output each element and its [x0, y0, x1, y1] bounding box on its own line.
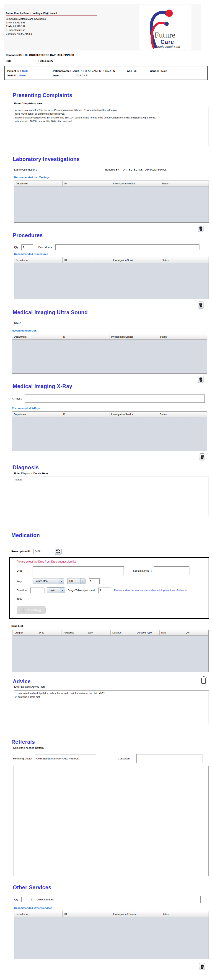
special-notes-input[interactable]	[154, 566, 190, 575]
uss-input[interactable]	[24, 319, 206, 327]
total-label: Total	[17, 597, 29, 600]
patient-name-value: LAURENT JEAN JAMES DESAUBIN	[72, 70, 115, 72]
col-investigation: Investigation/Service	[111, 258, 160, 263]
add-drug-button[interactable]: Add Drug	[17, 606, 46, 614]
drug-warning-text: Please select the Drug from Drug suggess…	[17, 560, 209, 563]
trash-icon	[201, 964, 204, 969]
other-qty-label: Qty :	[14, 898, 19, 901]
delete-xray-button[interactable]	[199, 453, 205, 460]
medication-title: Medication	[11, 532, 212, 538]
col-id: ID	[63, 258, 111, 263]
plus-circle-icon	[21, 608, 25, 612]
consultation-page: Future Care by Future Holdings (Pty) Lim…	[0, 4, 212, 970]
logo-tagline: Body Mind Soul	[157, 45, 180, 48]
col-way: Way	[86, 630, 111, 635]
duration-unit-select[interactable]: Day/s ▼	[47, 587, 65, 593]
drug-list-label: Drug List	[11, 625, 212, 627]
ultrasound-title: Medical Imaging Ultra Sound	[13, 309, 212, 316]
procedures-label: Procedures :	[38, 246, 53, 248]
gender-value: Male	[161, 70, 167, 72]
lab-table: Department ID Investigation/Service Stat…	[14, 181, 209, 223]
referral-list-box[interactable]	[13, 766, 209, 876]
page-header: Future Care by Future Holdings (Pty) Lim…	[4, 4, 201, 51]
duration-unit-value: Day/s	[47, 587, 60, 593]
xray-table-header: Department ID Investigation/Service Stat…	[12, 412, 207, 417]
xray-input[interactable]	[25, 395, 205, 402]
company-phone-2: T: +24 84 225 252	[6, 25, 97, 28]
drug-entry-panel: Please select the Drug from Drug suggess…	[9, 557, 209, 619]
uss-table: Department ID Investigation/Service Stat…	[12, 334, 207, 374]
prescription-id-input[interactable]	[34, 549, 53, 554]
procedures-input[interactable]	[55, 245, 199, 250]
delete-drug-button[interactable]	[200, 675, 207, 685]
company-name: Future Care by Future Holdings (Pty) Lim…	[6, 12, 97, 16]
procedures-table-header: Department ID Investigation/Service Stat…	[14, 258, 209, 263]
trash-icon	[199, 377, 202, 382]
visit-date-value: : 2024-03-27	[74, 74, 88, 77]
patient-row-2: Visit ID : 11926 Date : 2024-03-27	[7, 74, 205, 77]
logo-heart-icon: ❤	[166, 41, 168, 44]
col-status: Status	[160, 258, 209, 263]
drug-table-header: Drug ID Drug Fequency Way Duration Durat…	[13, 630, 208, 636]
referrals-label: Select the needed Refferal	[13, 746, 212, 749]
referring-doctor-input[interactable]	[35, 754, 96, 763]
other-table-body	[14, 917, 209, 959]
col-status: Status	[160, 912, 209, 917]
advice-title: Advice	[13, 678, 31, 685]
referring-doctor-label: Reffering Doctor	[13, 757, 32, 760]
delete-procedures-button[interactable]	[198, 302, 204, 309]
diagnosis-textarea[interactable]: Stable	[14, 477, 209, 516]
frequency-select[interactable]: OD ▼	[67, 578, 85, 584]
xray-label: X-Rays :	[12, 397, 22, 400]
fraction-hint: Please add as decimal numbers when addin…	[114, 589, 187, 592]
delete-other-services-button[interactable]	[199, 963, 205, 970]
delete-uss-button[interactable]	[198, 376, 204, 383]
company-number: Company No.8417652-2	[6, 32, 97, 35]
special-notes-label: Special Notes	[133, 570, 149, 572]
delete-lab-button[interactable]	[198, 225, 204, 232]
referrals-title: Refferals	[11, 739, 212, 745]
advice-textarea[interactable]: 1. counseled to check bp thrice daily at…	[14, 690, 209, 724]
refresh-prescription-button[interactable]	[55, 548, 61, 555]
patient-id-value: 1608	[22, 70, 27, 72]
frequency-qty-input[interactable]	[89, 578, 100, 584]
duration-label: Duration :	[17, 589, 28, 592]
trash-outline-icon	[201, 676, 207, 684]
referred-by-label: Reffered By :	[105, 168, 120, 171]
trash-icon	[199, 303, 202, 307]
consult-date-line: Date : 2024-03-27	[6, 60, 212, 62]
duration-input[interactable]	[31, 587, 45, 593]
drug-table-body	[13, 636, 208, 672]
drug-list-table: Drug ID Drug Fequency Way Duration Durat…	[13, 630, 209, 672]
prescription-id-label: Prescription ID :	[11, 550, 32, 553]
chevron-down-icon: ▼	[60, 587, 65, 593]
col-status: Status	[158, 334, 207, 339]
trash-icon	[201, 455, 204, 459]
other-qty-input[interactable]	[21, 897, 33, 902]
recommended-uss-link: Recommended USS	[12, 329, 212, 332]
recommended-procedures-link: Recommended Procedures	[14, 253, 212, 255]
col-frequency: Fequency	[62, 630, 86, 635]
gender-label: Gender :	[150, 70, 161, 72]
lab-table-header: Department ID Investigation/Service Stat…	[14, 181, 209, 186]
age-value: 30	[134, 70, 137, 72]
laboratory-title: Laboratory Investigations	[13, 156, 212, 162]
col-investigation: Investigation/Service	[111, 181, 160, 186]
lab-table-body	[14, 186, 209, 223]
complaints-textarea[interactable]: pt seen, managed for ?Sepsis focus Pharu…	[14, 107, 209, 146]
per-meal-input[interactable]	[98, 587, 111, 593]
meal-timing-select[interactable]: Before Meal ▼	[32, 578, 64, 584]
patient-id-label: Patient ID :	[7, 70, 21, 72]
col-department: Department	[14, 181, 63, 186]
drug-input[interactable]	[32, 566, 124, 575]
company-address: Le Chainter,Victoria,Mahe,Seychelles	[6, 17, 97, 21]
complaints-label: Enter Complaints Here	[14, 102, 212, 105]
procedures-qty-input[interactable]	[21, 245, 33, 250]
per-meal-label: Drugs/Tablets per meal :	[68, 589, 96, 592]
consultant-input[interactable]	[137, 754, 202, 763]
visit-date-label: Date	[53, 74, 73, 77]
other-services-input[interactable]	[58, 896, 201, 903]
advice-label: Enter Doctor's Advice Here	[14, 685, 212, 688]
refresh-icon	[56, 549, 60, 554]
lab-investigation-input[interactable]	[39, 167, 90, 172]
